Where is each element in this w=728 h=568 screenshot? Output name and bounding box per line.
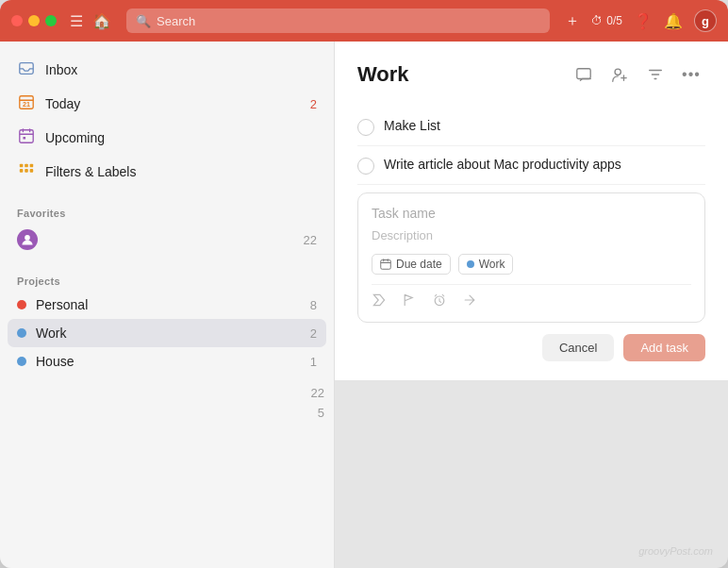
search-placeholder: Search <box>157 14 195 28</box>
sidebar-item-work[interactable]: Work 2 <box>8 319 326 347</box>
sidebar-item-inbox[interactable]: Inbox <box>8 53 326 87</box>
sidebar-item-today-label: Today <box>45 96 301 111</box>
upcoming-icon <box>17 127 36 148</box>
close-button[interactable] <box>11 15 23 26</box>
form-actions: Cancel Add task <box>357 334 705 361</box>
search-icon: 🔍 <box>136 14 151 28</box>
favorites-section: 22 <box>0 223 334 257</box>
filters-icon <box>17 161 36 182</box>
label-icon[interactable] <box>372 292 387 310</box>
menu-icon[interactable]: ☰ <box>70 12 83 30</box>
sidebar-nav: Inbox 21 Today 2 <box>0 53 334 189</box>
title-bar: ☰ 🏠 🔍 Search ＋ ⏱ 0/5 ❓ 🔔 g <box>0 0 728 42</box>
traffic-lights <box>11 15 57 26</box>
panel-title: Work <box>357 62 562 87</box>
minimize-button[interactable] <box>28 15 40 26</box>
favorites-count: 22 <box>304 233 317 247</box>
favorites-avatar <box>17 229 38 250</box>
task-item-1: Make List <box>357 108 705 146</box>
add-task-form: Due date Work <box>357 192 705 323</box>
projects-header: Projects <box>0 264 334 291</box>
title-bar-actions: ＋ ⏱ 0/5 ❓ 🔔 g <box>565 9 717 32</box>
projects-section: Personal 8 Work 2 House 1 <box>0 291 334 376</box>
sidebar-item-personal[interactable]: Personal 8 <box>8 291 326 319</box>
task-item-2: Write article about Mac productivity app… <box>357 146 705 185</box>
sidebar-item-inbox-label: Inbox <box>45 62 317 77</box>
cancel-button[interactable]: Cancel <box>542 334 614 361</box>
house-label: House <box>36 354 301 369</box>
sidebar-item-filters[interactable]: Filters & Labels <box>8 155 326 189</box>
search-bar[interactable]: 🔍 Search <box>126 8 550 33</box>
panel-header: Work <box>357 60 705 89</box>
svg-rect-7 <box>30 164 34 168</box>
more-icon-btn[interactable]: ••• <box>677 60 705 89</box>
move-icon[interactable] <box>462 292 477 310</box>
svg-rect-10 <box>30 169 34 173</box>
svg-rect-4 <box>23 137 25 140</box>
add-icon[interactable]: ＋ <box>565 11 580 31</box>
personal-label: Personal <box>36 297 301 312</box>
svg-rect-5 <box>20 164 24 168</box>
watermark: groovyPost.com <box>638 545 713 557</box>
maximize-button[interactable] <box>45 15 57 26</box>
personal-dot <box>17 300 26 309</box>
help-icon[interactable]: ❓ <box>634 12 653 30</box>
svg-text:21: 21 <box>23 100 30 109</box>
task-checkbox-2[interactable] <box>357 158 374 175</box>
right-panel: Work <box>335 42 728 380</box>
inbox-icon <box>17 59 36 80</box>
sidebar-item-house[interactable]: House 1 <box>8 347 326 376</box>
svg-rect-6 <box>25 164 28 168</box>
karma-badge[interactable]: ⏱ 0/5 <box>591 14 622 27</box>
filter-icon-btn[interactable] <box>641 60 670 89</box>
task-label-2: Write article about Mac productivity app… <box>384 156 621 175</box>
add-person-icon-btn[interactable] <box>605 60 634 89</box>
work-dot <box>17 328 26 338</box>
panel-wrapper: Work <box>335 42 728 568</box>
task-description-input[interactable] <box>372 228 691 242</box>
avatar[interactable]: g <box>694 9 717 32</box>
alarm-icon[interactable] <box>432 292 447 310</box>
bell-icon[interactable]: 🔔 <box>664 12 683 30</box>
house-dot <box>17 357 26 366</box>
work-count: 2 <box>310 326 317 341</box>
form-tags: Due date Work <box>372 254 691 275</box>
svg-point-11 <box>25 235 30 241</box>
svg-point-13 <box>615 69 620 75</box>
svg-rect-9 <box>25 169 28 173</box>
favorites-avatar-item[interactable]: 22 <box>8 223 326 257</box>
karma-value: 0/5 <box>606 14 622 27</box>
favorites-header: Favorites <box>0 196 334 223</box>
sidebar-item-filters-label: Filters & Labels <box>45 164 317 179</box>
due-date-tag[interactable]: Due date <box>372 254 451 275</box>
sidebar-item-upcoming[interactable]: Upcoming <box>8 121 326 155</box>
project-tag[interactable]: Work <box>458 254 514 275</box>
karma-icon: ⏱ <box>591 14 603 27</box>
comment-icon-btn[interactable] <box>570 60 598 89</box>
house-count: 1 <box>310 355 317 369</box>
main-content: Inbox 21 Today 2 <box>0 42 728 568</box>
svg-rect-8 <box>20 169 24 173</box>
svg-rect-14 <box>381 260 391 270</box>
flag-icon[interactable] <box>402 292 417 310</box>
bottom-count-5: 5 <box>0 403 334 423</box>
sidebar: Inbox 21 Today 2 <box>0 42 335 568</box>
svg-rect-3 <box>20 130 33 143</box>
project-tag-label: Work <box>479 258 505 271</box>
task-name-input[interactable] <box>372 206 691 221</box>
form-icons <box>372 284 691 310</box>
sidebar-item-upcoming-label: Upcoming <box>45 130 317 145</box>
sidebar-item-today[interactable]: 21 Today 2 <box>8 87 326 121</box>
work-label: Work <box>36 326 301 341</box>
task-checkbox-1[interactable] <box>357 119 374 136</box>
project-tag-dot <box>467 260 474 268</box>
today-badge: 2 <box>310 97 317 111</box>
due-date-label: Due date <box>396 258 442 271</box>
task-label-1: Make List <box>384 117 440 136</box>
add-task-button[interactable]: Add task <box>623 334 705 361</box>
personal-count: 8 <box>310 298 317 312</box>
today-icon: 21 <box>17 93 36 114</box>
svg-rect-12 <box>577 69 590 79</box>
bottom-count-22: 22 <box>0 383 334 403</box>
home-icon[interactable]: 🏠 <box>92 12 111 30</box>
